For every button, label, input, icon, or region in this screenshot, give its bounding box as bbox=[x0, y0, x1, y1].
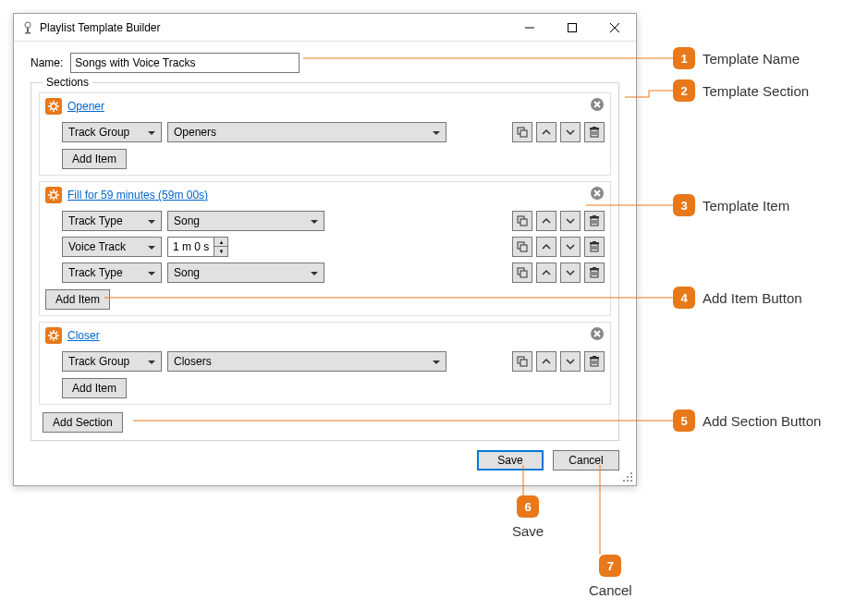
svg-line-35 bbox=[50, 198, 51, 199]
delete-icon[interactable] bbox=[584, 351, 605, 372]
svg-rect-87 bbox=[627, 480, 629, 482]
section-title-link[interactable]: Fill for 59 minutes (59m 00s) bbox=[67, 189, 590, 202]
copy-icon[interactable] bbox=[512, 263, 532, 283]
copy-icon[interactable] bbox=[512, 237, 532, 257]
callout-label: Template Item bbox=[703, 198, 789, 214]
item-type-select[interactable]: Track Type bbox=[62, 263, 162, 283]
item-value-select[interactable]: Song bbox=[167, 263, 324, 283]
duration-spinner[interactable]: 1 m 0 s▲▼ bbox=[167, 237, 228, 257]
section: Opener Track Group Openers Add Ite bbox=[39, 92, 611, 176]
name-label: Name: bbox=[31, 56, 63, 69]
svg-rect-2 bbox=[25, 32, 31, 34]
app-icon bbox=[21, 21, 34, 34]
svg-rect-62 bbox=[593, 267, 596, 268]
copy-icon[interactable] bbox=[512, 211, 532, 231]
callout-label: Add Section Button bbox=[703, 413, 821, 429]
remove-section-icon[interactable] bbox=[590, 326, 605, 345]
spinner-down-icon[interactable]: ▼ bbox=[214, 247, 227, 256]
copy-icon[interactable] bbox=[512, 351, 532, 372]
svg-rect-81 bbox=[590, 357, 599, 359]
delete-icon[interactable] bbox=[584, 237, 605, 257]
svg-line-70 bbox=[56, 332, 57, 333]
item-row: Voice Track 1 m 0 s▲▼ bbox=[40, 234, 610, 260]
titlebar: Playlist Template Builder bbox=[14, 14, 636, 42]
svg-line-32 bbox=[50, 191, 51, 192]
item-row: Track Type Song bbox=[40, 260, 610, 286]
callout: 1Template Name bbox=[673, 47, 800, 69]
name-input[interactable] bbox=[70, 53, 300, 73]
move-up-icon[interactable] bbox=[536, 263, 556, 283]
svg-rect-86 bbox=[623, 480, 625, 482]
callout-badge: 5 bbox=[673, 409, 695, 432]
delete-icon[interactable] bbox=[584, 263, 605, 283]
item-type-select[interactable]: Track Type bbox=[62, 211, 162, 231]
move-down-icon[interactable] bbox=[560, 211, 581, 231]
move-down-icon[interactable] bbox=[560, 122, 581, 142]
section-title-link[interactable]: Closer bbox=[67, 329, 590, 342]
move-up-icon[interactable] bbox=[536, 237, 556, 257]
delete-icon[interactable] bbox=[584, 122, 605, 142]
add-item-button[interactable]: Add Item bbox=[45, 289, 110, 310]
item-value-select[interactable]: Song bbox=[167, 211, 324, 231]
svg-line-12 bbox=[50, 103, 51, 104]
item-value-select[interactable]: Closers bbox=[167, 351, 446, 372]
dialog-window: Playlist Template Builder Name: Sections… bbox=[13, 13, 637, 486]
item-type-select[interactable]: Track Group bbox=[62, 351, 162, 372]
move-down-icon[interactable] bbox=[560, 263, 581, 283]
callout: 2Template Section bbox=[673, 79, 809, 102]
svg-rect-56 bbox=[520, 271, 527, 277]
svg-rect-61 bbox=[590, 268, 599, 270]
section-title-link[interactable]: Opener bbox=[67, 100, 590, 113]
callout-badge: 4 bbox=[673, 287, 695, 309]
svg-line-34 bbox=[56, 191, 57, 192]
callout: 3Template Item bbox=[673, 194, 789, 216]
svg-line-33 bbox=[56, 198, 57, 199]
add-item-button[interactable]: Add Item bbox=[62, 378, 127, 398]
remove-section-icon[interactable] bbox=[590, 97, 605, 116]
svg-rect-76 bbox=[520, 360, 527, 366]
gear-icon bbox=[45, 98, 62, 115]
add-section-button[interactable]: Add Section bbox=[43, 412, 123, 433]
item-value-select[interactable]: Openers bbox=[167, 122, 446, 142]
svg-rect-88 bbox=[630, 480, 632, 482]
cancel-button[interactable]: Cancel bbox=[553, 450, 619, 470]
move-down-icon[interactable] bbox=[560, 237, 581, 257]
callout-label: Save bbox=[512, 523, 544, 539]
gear-icon bbox=[45, 187, 62, 203]
item-type-select[interactable]: Voice Track bbox=[62, 237, 162, 257]
callout-badge: 7 bbox=[599, 555, 621, 577]
move-up-icon[interactable] bbox=[536, 122, 556, 142]
move-down-icon[interactable] bbox=[560, 351, 581, 372]
svg-rect-45 bbox=[590, 216, 599, 218]
add-item-button[interactable]: Add Item bbox=[62, 149, 127, 169]
callout: 6Save bbox=[512, 495, 544, 539]
section: Fill for 59 minutes (59m 00s) Track Type… bbox=[39, 181, 611, 316]
sections-legend: Sections bbox=[43, 76, 92, 89]
maximize-button[interactable] bbox=[551, 14, 593, 42]
svg-point-63 bbox=[51, 333, 56, 338]
callout-badge: 3 bbox=[673, 194, 695, 216]
callout-label: Template Section bbox=[703, 83, 809, 99]
move-up-icon[interactable] bbox=[536, 351, 556, 372]
item-type-select[interactable]: Track Group bbox=[62, 122, 162, 142]
item-row: Track Group Closers bbox=[40, 348, 610, 374]
move-up-icon[interactable] bbox=[536, 211, 556, 231]
callout-label: Template Name bbox=[703, 51, 800, 67]
close-button[interactable] bbox=[593, 14, 636, 42]
minimize-button[interactable] bbox=[508, 14, 551, 42]
svg-rect-26 bbox=[593, 127, 596, 128]
resize-grip[interactable] bbox=[623, 472, 634, 483]
callout-label: Cancel bbox=[589, 582, 632, 598]
svg-point-0 bbox=[25, 22, 31, 28]
gear-icon bbox=[45, 327, 62, 344]
delete-icon[interactable] bbox=[584, 211, 605, 231]
save-button[interactable]: Save bbox=[477, 450, 544, 470]
copy-icon[interactable] bbox=[512, 122, 532, 142]
svg-line-13 bbox=[56, 109, 57, 110]
svg-rect-82 bbox=[593, 356, 596, 357]
spinner-up-icon[interactable]: ▲ bbox=[214, 238, 227, 247]
svg-line-14 bbox=[56, 103, 57, 104]
svg-rect-46 bbox=[593, 215, 596, 216]
callout-badge: 2 bbox=[673, 79, 695, 102]
remove-section-icon[interactable] bbox=[590, 186, 605, 204]
